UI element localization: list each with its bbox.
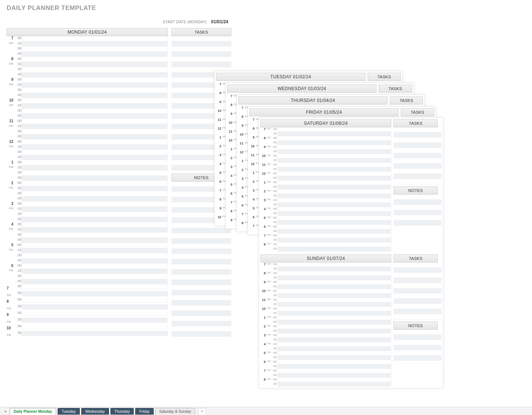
time-slot[interactable] — [21, 109, 168, 114]
time-slot[interactable] — [277, 172, 391, 176]
side-row[interactable] — [171, 280, 231, 285]
side-row[interactable] — [393, 314, 441, 319]
time-slot[interactable] — [21, 284, 168, 289]
time-slot[interactable] — [21, 114, 168, 119]
side-row[interactable] — [393, 153, 441, 158]
time-slot[interactable] — [277, 294, 391, 298]
time-slot[interactable] — [21, 176, 168, 181]
time-slot[interactable] — [277, 360, 391, 364]
side-row[interactable] — [393, 174, 441, 179]
time-slot[interactable] — [277, 316, 391, 320]
side-row[interactable] — [171, 316, 231, 321]
side-row[interactable] — [393, 278, 441, 283]
time-slot[interactable] — [277, 280, 391, 285]
side-row[interactable] — [171, 244, 231, 249]
time-slot[interactable] — [21, 264, 168, 269]
side-row[interactable] — [393, 345, 441, 350]
side-row[interactable] — [171, 301, 231, 306]
time-slot[interactable] — [21, 93, 168, 98]
time-slot[interactable] — [277, 320, 391, 325]
time-slot[interactable] — [21, 274, 168, 279]
side-row[interactable] — [171, 285, 231, 290]
side-row[interactable] — [171, 254, 231, 259]
time-slot[interactable] — [21, 186, 168, 191]
time-slot[interactable] — [277, 369, 391, 373]
time-slot[interactable] — [277, 333, 391, 338]
time-slot[interactable] — [21, 41, 168, 47]
side-row[interactable] — [393, 288, 441, 294]
side-row[interactable] — [393, 220, 441, 226]
time-slot[interactable] — [21, 119, 168, 124]
time-slot[interactable] — [277, 298, 391, 302]
time-slot[interactable] — [277, 238, 391, 243]
time-slot[interactable] — [277, 167, 391, 172]
time-slot[interactable] — [21, 165, 168, 171]
time-slot[interactable] — [277, 216, 391, 220]
side-row[interactable] — [393, 127, 441, 133]
side-row[interactable] — [171, 332, 231, 337]
time-slot[interactable] — [21, 88, 168, 93]
time-slot[interactable] — [277, 302, 391, 307]
time-slot[interactable] — [21, 129, 168, 134]
time-slot[interactable] — [21, 311, 168, 316]
side-row[interactable] — [393, 179, 441, 184]
start-date-value[interactable]: 01/01/24 — [211, 19, 228, 24]
time-slot[interactable] — [21, 243, 168, 248]
time-slot[interactable] — [277, 382, 391, 387]
time-slot[interactable] — [21, 62, 168, 67]
time-slot[interactable] — [21, 52, 168, 57]
side-row[interactable] — [171, 249, 231, 254]
time-slot[interactable] — [21, 212, 168, 217]
sheet-tab[interactable]: Saturday & Sunday — [155, 408, 195, 415]
side-row[interactable] — [171, 306, 231, 311]
side-row[interactable] — [171, 270, 231, 275]
time-slot[interactable] — [277, 181, 391, 185]
side-row[interactable] — [171, 290, 231, 295]
side-row[interactable] — [171, 264, 231, 270]
time-slot[interactable] — [277, 145, 391, 150]
sheet-tab[interactable]: Tuesday — [58, 408, 80, 415]
side-row[interactable] — [393, 210, 441, 215]
time-slot[interactable] — [277, 203, 391, 207]
time-slot[interactable] — [277, 373, 391, 378]
side-row[interactable] — [393, 263, 441, 268]
time-slot[interactable] — [21, 207, 168, 212]
time-slot[interactable] — [21, 103, 168, 109]
side-row[interactable] — [393, 299, 441, 304]
side-row[interactable] — [171, 311, 231, 316]
tab-nav-prev-icon[interactable]: ▸ — [3, 409, 8, 414]
side-row[interactable] — [171, 52, 231, 57]
time-slot[interactable] — [277, 132, 391, 136]
time-slot[interactable] — [277, 127, 391, 132]
time-slot[interactable] — [21, 171, 168, 176]
side-row[interactable] — [171, 47, 231, 52]
time-slot[interactable] — [277, 194, 391, 198]
time-slot[interactable] — [277, 229, 391, 234]
time-slot[interactable] — [277, 338, 391, 342]
side-row[interactable] — [393, 133, 441, 138]
side-row[interactable] — [393, 164, 441, 169]
time-slot[interactable] — [21, 145, 168, 150]
time-slot[interactable] — [21, 191, 168, 196]
time-slot[interactable] — [21, 124, 168, 129]
sheet-tab[interactable]: Wednesday — [81, 408, 109, 415]
time-slot[interactable] — [277, 351, 391, 356]
time-slot[interactable] — [21, 279, 168, 284]
time-slot[interactable] — [277, 158, 391, 163]
side-row[interactable] — [171, 275, 231, 280]
time-slot[interactable] — [21, 47, 168, 52]
time-slot[interactable] — [21, 83, 168, 88]
time-slot[interactable] — [21, 202, 168, 207]
side-row[interactable] — [171, 326, 231, 332]
side-row[interactable] — [393, 330, 441, 335]
time-slot[interactable] — [21, 233, 168, 238]
time-slot[interactable] — [277, 307, 391, 311]
time-slot[interactable] — [21, 150, 168, 155]
side-row[interactable] — [171, 41, 231, 47]
side-row[interactable] — [393, 356, 441, 361]
sheet-tab[interactable]: Thursday — [110, 408, 134, 415]
time-slot[interactable] — [277, 150, 391, 154]
time-slot[interactable] — [277, 285, 391, 289]
side-row[interactable] — [393, 205, 441, 210]
side-row[interactable] — [393, 148, 441, 153]
